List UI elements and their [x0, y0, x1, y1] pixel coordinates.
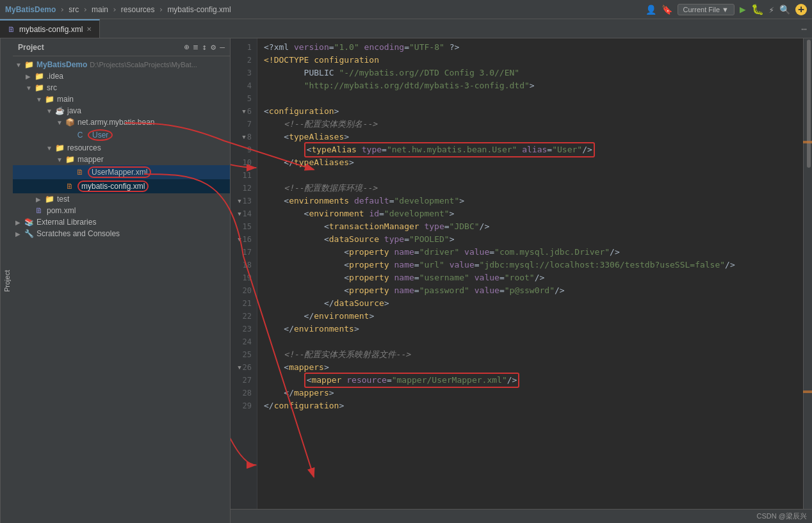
folder-icon-mapper: 📁 — [64, 155, 76, 164]
tree-item-usermapper[interactable]: 🗎 UserMapper.xml — [13, 165, 230, 179]
code-area[interactable]: <?xml version="1.0" encoding="UTF-8" ?> … — [257, 38, 803, 509]
label-user: User — [88, 129, 113, 141]
path-file: mybatis-config.xml — [167, 5, 231, 14]
ln-8: ▼8 — [231, 131, 257, 143]
ln-6: ▼6 — [231, 105, 257, 118]
tree-item-test[interactable]: ▶ 📁 test — [13, 193, 230, 205]
debug-icon[interactable]: 🐛 — [751, 3, 764, 15]
xml-icon-usermapper: 🗎 — [74, 168, 86, 177]
tree-item-external-libraries[interactable]: ▶ 📚 External Libraries — [13, 216, 230, 228]
ln-21: 21 — [231, 297, 257, 310]
expand-icon[interactable]: ↕ — [202, 42, 207, 52]
code-line-16: <dataSource type="POOLED"> — [264, 233, 803, 246]
settings-icon[interactable]: ⚙ — [211, 42, 216, 52]
xml-icon-pom: 🗎 — [33, 206, 45, 215]
tree-item-resources[interactable]: ▼ 📁 resources — [13, 142, 230, 154]
ln-4: 4 — [231, 79, 257, 92]
code-line-28: </mappers> — [264, 387, 803, 399]
code-line-11 — [264, 169, 803, 182]
ln-17: 17 — [231, 246, 257, 259]
main-content: Project Project ⊕ ≡ ↕ ⚙ — ▼ 📁 MyBatisDem… — [0, 38, 812, 523]
path-src: src — [69, 5, 79, 14]
ln-23: 23 — [231, 323, 257, 335]
xml-file-icon: 🗎 — [8, 25, 15, 34]
tab-overflow-icon: ⋯ — [802, 24, 807, 34]
locate-file-icon[interactable]: ⊕ — [184, 42, 190, 52]
run-icon[interactable]: ▶ — [740, 3, 746, 15]
class-icon-user: C — [74, 131, 86, 140]
ln-29: 29 — [231, 399, 257, 412]
arrow-main: ▼ — [36, 96, 44, 103]
label-test: test — [57, 195, 69, 204]
code-line-18: <property name="url" value="jdbc:mysql:/… — [264, 259, 803, 271]
label-main: main — [57, 95, 74, 104]
java-icon: ☕ — [54, 106, 65, 115]
ln-18: 18 — [231, 259, 257, 271]
arrow-idea: ▶ — [26, 73, 33, 80]
label-java: java — [67, 106, 81, 115]
ln-1: 1 — [231, 41, 257, 54]
folder-icon-idea: 📁 — [33, 72, 45, 81]
project-name: MyBatisDemo — [5, 5, 56, 14]
tree-item-user[interactable]: C User — [13, 128, 230, 142]
project-sidebar-tab[interactable]: Project — [0, 38, 13, 523]
tree-item-mapper-folder[interactable]: ▼ 📁 mapper — [13, 154, 230, 165]
collapse-all-icon[interactable]: ≡ — [193, 42, 199, 52]
code-line-4: "http://mybatis.org/dtd/mybatis-3-config… — [264, 79, 803, 92]
ln-11: 11 — [231, 169, 257, 182]
folder-icon-src: 📁 — [33, 83, 45, 92]
ln-28: 28 — [231, 387, 257, 399]
ln-7: 7 — [231, 118, 257, 131]
ln-14: ▼14 — [231, 207, 257, 220]
tab-close-button[interactable]: ✕ — [86, 26, 92, 33]
arrow-resources: ▼ — [46, 145, 54, 152]
tab-label: mybatis-config.xml — [19, 25, 83, 34]
bookmark-icon: 🔖 — [662, 4, 672, 15]
tree-item-src[interactable]: ▼ 📁 src — [13, 82, 230, 93]
arrow-package: ▼ — [56, 119, 64, 126]
code-line-24 — [264, 335, 803, 348]
tree-item-package[interactable]: ▼ 📦 net.army.mybatis.bean — [13, 117, 230, 128]
arrow-external: ▶ — [15, 219, 23, 226]
scrollbar-track[interactable] — [803, 38, 812, 509]
package-icon: 📦 — [64, 118, 76, 127]
vcs-icon: 👤 — [646, 4, 656, 15]
code-line-23: </environments> — [264, 323, 803, 335]
tree-item-mybatis-config[interactable]: 🗎 mybatis-config.xml — [13, 179, 230, 193]
ln-19: 19 — [231, 271, 257, 284]
label-package: net.army.mybatis.bean — [77, 118, 155, 127]
path-sep-4: › — [159, 4, 164, 14]
tree-item-pom[interactable]: 🗎 pom.xml — [13, 205, 230, 216]
run-config-dropdown[interactable]: Current File ▼ — [678, 4, 735, 15]
settings-plus-icon[interactable]: + — [795, 4, 807, 15]
coverage-icon[interactable]: ⚡ — [769, 4, 774, 15]
search-icon[interactable]: 🔍 — [779, 4, 790, 15]
label-pom: pom.xml — [47, 206, 76, 215]
scrollbar-thumb[interactable] — [807, 40, 811, 168]
code-line-27: <mapper resource="mapper/UserMapper.xml"… — [264, 374, 803, 387]
ln-9: 9 — [231, 143, 257, 156]
arrow-mybatisdemo: ▼ — [15, 61, 23, 68]
tree-item-scratches[interactable]: ▶ 🔧 Scratches and Consoles — [13, 228, 230, 239]
tree-item-idea[interactable]: ▶ 📁 .idea — [13, 70, 230, 82]
editor-content[interactable]: 1 2 3 4 5 ▼6 7 ▼8 9 10 11 12 ▼13 ▼14 15 … — [231, 38, 812, 509]
folder-icon-resources: 📁 — [54, 143, 65, 152]
xml-icon-mybatis-config: 🗎 — [64, 182, 76, 191]
close-sidebar-icon[interactable]: — — [220, 42, 225, 52]
code-line-6: <configuration> — [264, 105, 803, 118]
project-tree: ▼ 📁 MyBatisDemo D:\Projects\ScalaProject… — [13, 56, 230, 523]
run-config-label: Current File — [683, 6, 720, 13]
path-main: main — [92, 5, 108, 14]
code-line-19: <property name="username" value="root"/> — [264, 271, 803, 284]
code-line-10: </typeAliases> — [264, 156, 803, 169]
label-mapper-folder: mapper — [77, 155, 104, 164]
label-mybatis-config: mybatis-config.xml — [77, 181, 149, 192]
label-idea: .idea — [47, 72, 63, 81]
tree-item-mybatisdemo[interactable]: ▼ 📁 MyBatisDemo D:\Projects\ScalaProject… — [13, 59, 230, 70]
tab-mybatis-config[interactable]: 🗎 mybatis-config.xml ✕ — [0, 19, 100, 38]
sidebar: Project ⊕ ≡ ↕ ⚙ — ▼ 📁 MyBatisDemo D:\Pro… — [13, 38, 231, 523]
ln-2: 2 — [231, 54, 257, 67]
tree-item-main[interactable]: ▼ 📁 main — [13, 93, 230, 105]
code-line-17: <property name="driver" value="com.mysql… — [264, 246, 803, 259]
tree-item-java[interactable]: ▼ ☕ java — [13, 105, 230, 117]
